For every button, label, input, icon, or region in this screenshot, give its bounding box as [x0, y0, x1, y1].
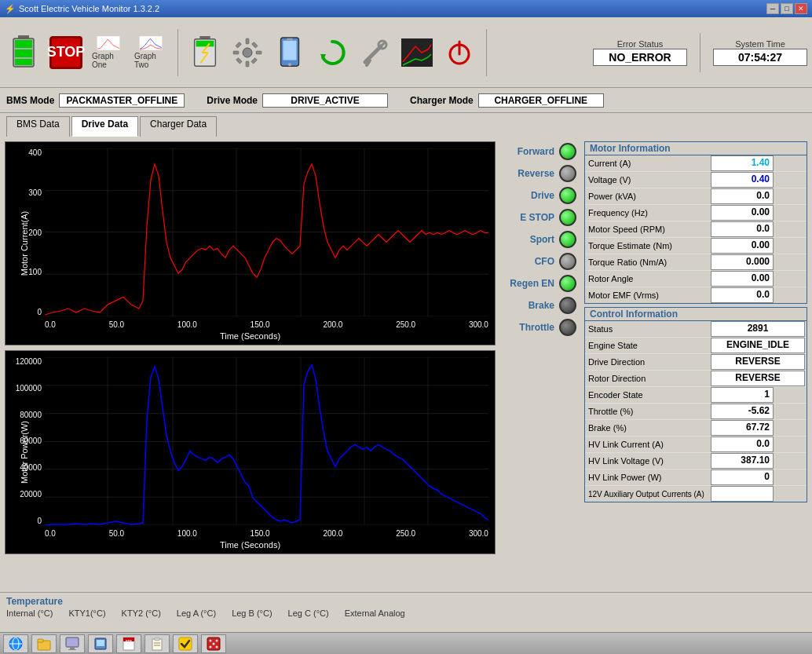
stop-icon: STOP — [49, 36, 82, 69]
current-y-ticks: 400 300 200 100 0 — [7, 148, 43, 316]
rotor-direction-label: Rotor Direction — [585, 372, 711, 385]
tools-button[interactable] — [356, 34, 393, 71]
tab-bar: BMS Data Drive Data Charger Data — [0, 113, 812, 137]
graph-one-button[interactable]: Graph One — [90, 34, 127, 71]
device-button[interactable] — [271, 34, 309, 71]
motor-speed-label: Motor Speed (RPM) — [585, 223, 711, 236]
brake-label: Brake — [503, 300, 554, 311]
svg-point-84 — [216, 645, 218, 648]
taskbar-pdf-button[interactable]: PDF — [116, 634, 141, 653]
tab-bms[interactable]: BMS Data — [6, 116, 70, 137]
battery-toolbar-button[interactable] — [5, 34, 42, 71]
forward-indicator: Forward — [500, 141, 580, 162]
maximize-button[interactable]: □ — [781, 3, 793, 14]
temp-lega-label: Leg A (°C) — [177, 608, 216, 618]
encoder-state-label: Encoder State — [585, 389, 711, 401]
svg-point-82 — [213, 642, 215, 645]
encoder-state-value: 1 — [711, 387, 774, 403]
svg-rect-65 — [38, 639, 43, 642]
taskbar-folder-button[interactable] — [31, 634, 57, 653]
indicators-motor-row: Forward Reverse Drive E STOP Sport — [500, 141, 807, 502]
svg-rect-17 — [233, 51, 239, 54]
toolbar-divider-1 — [177, 29, 178, 76]
power-button[interactable] — [441, 34, 478, 71]
power-icon — [444, 37, 475, 68]
tab-drive[interactable]: Drive Data — [71, 116, 138, 137]
clipboard-icon — [150, 637, 164, 651]
error-status-block: Error Status NO_ERROR — [593, 39, 687, 66]
svg-point-80 — [210, 639, 212, 641]
svg-rect-16 — [246, 61, 249, 67]
throttle-pct-row: Throttle (%) -5.62 — [585, 404, 807, 420]
minimize-button[interactable]: ─ — [766, 3, 779, 14]
motor-info-panel: Motor Information Current (A) 1.40 Volta… — [584, 141, 807, 304]
charger-mode-value: CHARGER_OFFLINE — [478, 93, 604, 108]
torque-ratio-label: Torque Ratio (Nm/A) — [585, 256, 711, 269]
svg-rect-20 — [251, 57, 258, 64]
ie-icon — [9, 637, 23, 651]
motor-power-label: Power (kVA) — [585, 190, 711, 203]
svg-rect-68 — [68, 649, 76, 650]
reverse-label: Reverse — [503, 168, 554, 179]
motor-freq-row: Frequency (Hz) 0.00 — [585, 205, 807, 221]
encoder-state-row: Encoder State 1 — [585, 387, 807, 404]
svg-rect-70 — [97, 640, 104, 646]
graph-two-label: Graph Two — [134, 52, 167, 69]
toolbar-divider-2 — [486, 29, 487, 76]
throttle-indicator: Throttle — [500, 317, 580, 338]
temp-ext-label: External Analog — [345, 608, 405, 618]
taskbar-pc-button[interactable] — [88, 634, 113, 653]
error-status-value: NO_ERROR — [593, 49, 687, 66]
motor-voltage-row: Voltage (V) 0.40 — [585, 172, 807, 188]
battery2-icon — [192, 36, 218, 69]
motor-speed-value: 0.0 — [711, 221, 774, 237]
check-icon — [178, 637, 192, 651]
motor-emf-row: Motor EMF (Vrms) 0.0 — [585, 287, 807, 303]
motor-current-label: Current (A) — [585, 157, 711, 170]
cfo-led — [559, 253, 576, 270]
settings-button[interactable] — [229, 34, 266, 71]
motor-current-value: 1.40 — [711, 155, 774, 171]
toolbar: STOP Graph One Graph Two — [0, 17, 812, 88]
mode-bar: BMS Mode PACKMASTER_OFFLINE Drive Mode D… — [0, 88, 812, 113]
svg-rect-3 — [15, 49, 32, 57]
hv-power-value: 0 — [711, 469, 774, 485]
taskbar-dice-button[interactable] — [201, 634, 226, 653]
sport-label: Sport — [503, 234, 554, 245]
svg-rect-2 — [15, 40, 32, 48]
battery2-button[interactable] — [186, 34, 224, 71]
temp-kty2-label: KTY2 (°C) — [122, 608, 161, 618]
drive-mode-label: Drive Mode — [207, 95, 258, 106]
taskbar-ie-button[interactable] — [3, 634, 28, 653]
torque-ratio-value: 0.000 — [711, 254, 774, 270]
close-button[interactable]: ✕ — [795, 3, 807, 14]
drive-direction-value: REVERSE — [711, 354, 805, 370]
sport-led — [559, 231, 576, 248]
estop-led — [559, 209, 576, 226]
estop-label: E STOP — [503, 212, 554, 223]
svg-rect-9 — [196, 40, 214, 46]
chart-icon — [401, 38, 433, 67]
motor-voltage-label: Voltage (V) — [585, 174, 711, 186]
engine-state-value: ENGINE_IDLE — [711, 338, 805, 353]
taskbar-clipboard-button[interactable] — [144, 634, 170, 653]
motor-current-chart: Motor Current(A) 400 300 200 100 0 — [5, 141, 496, 345]
window-controls: ─ □ ✕ — [766, 3, 807, 14]
tab-charger[interactable]: Charger Data — [140, 116, 217, 137]
error-status-label: Error Status — [593, 39, 687, 49]
charger-mode-label: Charger Mode — [410, 95, 474, 106]
stop-button[interactable]: STOP — [47, 34, 85, 71]
motor-freq-value: 0.00 — [711, 205, 774, 221]
brake-pct-label: Brake (%) — [585, 422, 711, 434]
svg-rect-47 — [45, 357, 488, 525]
graph-two-button[interactable]: Graph Two — [132, 34, 170, 71]
chart-button[interactable] — [398, 34, 436, 71]
pdf-icon: PDF — [122, 637, 136, 651]
temp-legb-label: Leg B (°C) — [232, 608, 272, 618]
drive-label: Drive — [503, 190, 554, 201]
rotor-angle-value: 0.00 — [711, 271, 774, 287]
refresh-button[interactable] — [313, 34, 351, 71]
motor-freq-label: Frequency (Hz) — [585, 206, 711, 219]
taskbar-monitor-button[interactable] — [60, 634, 85, 653]
taskbar-check-button[interactable] — [173, 634, 198, 653]
